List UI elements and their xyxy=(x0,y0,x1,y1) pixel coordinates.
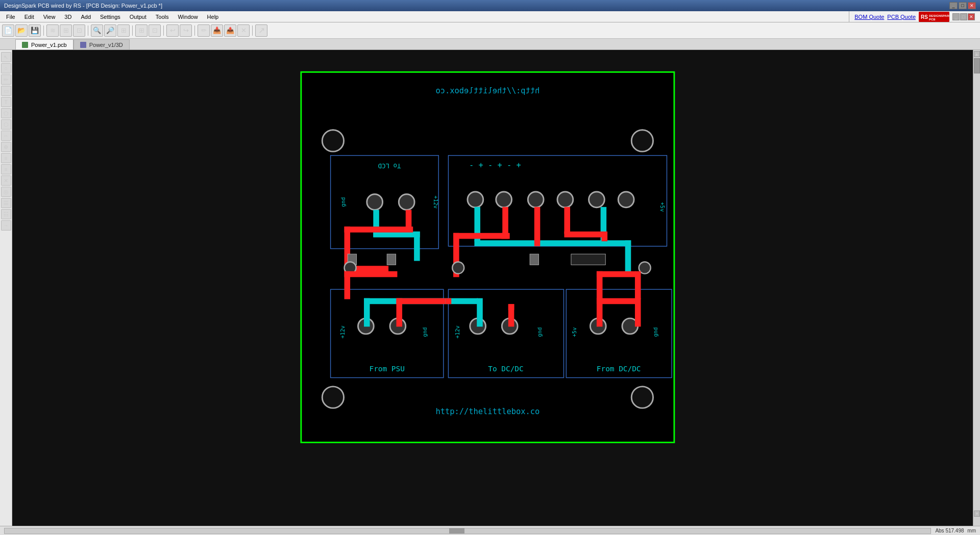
tab-3d-label: Power_v1/3D xyxy=(89,42,123,48)
window-controls[interactable]: _ □ ✕ xyxy=(949,2,976,9)
menu-add[interactable]: Add xyxy=(77,13,95,21)
redo-btn[interactable]: ↪ xyxy=(180,24,192,37)
lt-rect[interactable]: ▭ xyxy=(1,86,11,96)
zoom-out-btn[interactable]: 🔎 xyxy=(104,24,116,37)
svg-text:+5v: +5v xyxy=(571,327,577,337)
scroll-h-thumb[interactable] xyxy=(449,528,464,533)
svg-point-9 xyxy=(631,130,653,151)
svg-point-26 xyxy=(618,192,634,208)
svg-text:http://thelittlebox.co: http://thelittlebox.co xyxy=(436,407,540,416)
zoom-in-btn[interactable]: 🔍 xyxy=(91,24,103,37)
svg-point-22 xyxy=(496,192,512,208)
lt-bus[interactable]: ≡ xyxy=(1,164,11,174)
route-btn[interactable]: ≋ xyxy=(46,24,59,37)
pcb-quote-link[interactable]: PCB Quote xyxy=(887,14,916,20)
lt-pen[interactable]: ✏ xyxy=(1,74,11,85)
menu-edit[interactable]: Edit xyxy=(20,13,38,21)
tab-pcb[interactable]: Power_v1.pcb xyxy=(15,39,74,49)
menu-settings[interactable]: Settings xyxy=(96,13,125,21)
inner-window-controls[interactable]: _ □ ✕ xyxy=(952,13,975,20)
svg-rect-41 xyxy=(453,233,510,239)
svg-rect-79 xyxy=(635,271,641,299)
zoom-fit-btn[interactable]: ⊞ xyxy=(117,24,130,37)
svg-rect-30 xyxy=(406,210,412,227)
lt-hex[interactable]: ⬡ xyxy=(1,119,11,130)
svg-point-8 xyxy=(322,130,344,151)
menu-output[interactable]: Output xyxy=(126,13,151,21)
inner-minimize[interactable]: _ xyxy=(952,13,960,20)
tab-3d-icon xyxy=(80,42,86,48)
delete-btn[interactable]: ✕ xyxy=(237,24,250,37)
lt-list1[interactable]: ☰ xyxy=(1,198,11,208)
main-layout: ↖ ○ ✏ ▭ T ⬠ ⬡ ↔ ⊕ ≡ ≡ ✕ ◎ ☰ ☷ → http://t… xyxy=(0,50,980,526)
scroll-down-btn[interactable]: ▼ xyxy=(974,511,980,517)
menu-window[interactable]: Window xyxy=(174,13,202,21)
open-btn[interactable]: 📂 xyxy=(15,24,28,37)
lt-comp[interactable]: ◎ xyxy=(1,187,11,197)
route3-btn[interactable]: ⊡ xyxy=(73,24,85,37)
svg-text:+5v: +5v xyxy=(659,202,666,212)
title-bar: DesignSpark PCB wired by RS - [PCB Desig… xyxy=(0,0,980,11)
menu-tools[interactable]: Tools xyxy=(152,13,173,21)
sep1 xyxy=(43,26,44,36)
svg-point-24 xyxy=(557,192,573,208)
lt-text[interactable]: T xyxy=(1,97,11,107)
sep6 xyxy=(252,26,253,36)
save-btn[interactable]: 💾 xyxy=(29,24,41,37)
menu-view[interactable]: View xyxy=(39,13,60,21)
inner-close[interactable]: ✕ xyxy=(968,13,975,20)
lt-pad[interactable]: ≡ xyxy=(1,153,11,163)
sep2 xyxy=(88,26,88,36)
svg-text:gnd: gnd xyxy=(652,327,658,337)
svg-text:http://thelittlebox.co: http://thelittlebox.co xyxy=(436,86,540,95)
horizontal-scrollbar[interactable] xyxy=(4,528,931,534)
lt-del[interactable]: ✕ xyxy=(1,175,11,186)
menu-file[interactable]: File xyxy=(2,13,19,21)
grid-btn[interactable]: ⊞ xyxy=(135,24,148,37)
svg-rect-76 xyxy=(635,298,641,327)
menu-3d[interactable]: 3D xyxy=(60,13,76,21)
export-btn[interactable]: 📤 xyxy=(224,24,236,37)
bom-quote-link[interactable]: BOM Quote xyxy=(854,14,884,20)
grid2-btn[interactable]: ⊡ xyxy=(149,24,161,37)
new-btn[interactable]: 📄 xyxy=(2,24,14,37)
inner-maximize[interactable]: □ xyxy=(960,13,967,20)
svg-rect-53 xyxy=(571,254,605,265)
unit: mm xyxy=(967,528,976,533)
svg-rect-47 xyxy=(602,232,608,241)
minimize-btn[interactable]: _ xyxy=(949,2,958,9)
maximize-btn[interactable]: □ xyxy=(959,2,967,9)
svg-text:To LCD: To LCD xyxy=(378,162,401,170)
tab-bar: Power_v1.pcb Power_v1/3D xyxy=(0,39,980,50)
undo-btn[interactable]: ↩ xyxy=(166,24,179,37)
scroll-up-btn[interactable]: ▲ xyxy=(974,51,980,57)
lt-select[interactable]: ↖ xyxy=(1,52,11,62)
svg-rect-68 xyxy=(396,298,445,304)
lt-list2[interactable]: ☷ xyxy=(1,209,11,219)
lt-poly[interactable]: ⬠ xyxy=(1,108,11,118)
scroll-thumb[interactable] xyxy=(974,58,980,73)
lt-arrow[interactable]: → xyxy=(1,220,11,231)
quote-bar: BOM Quote PCB Quote RS DESIGNSPARK PCB _… xyxy=(849,11,980,22)
lt-via[interactable]: ⊕ xyxy=(1,142,11,152)
svg-rect-66 xyxy=(477,298,483,327)
canvas-area[interactable]: http://thelittlebox.co http://thelittleb… xyxy=(12,50,973,526)
close-btn[interactable]: ✕ xyxy=(968,2,976,9)
pcb-canvas: http://thelittlebox.co http://thelittleb… xyxy=(12,50,973,526)
svg-rect-45 xyxy=(564,207,570,234)
edit-btn[interactable]: ✏ xyxy=(198,24,210,37)
svg-rect-44 xyxy=(534,240,541,246)
route2-btn[interactable]: ⊞ xyxy=(60,24,72,37)
lt-route[interactable]: ↔ xyxy=(1,131,11,141)
lt-circle[interactable]: ○ xyxy=(1,63,11,73)
svg-rect-71 xyxy=(345,271,398,277)
app-title: DesignSpark PCB wired by RS - [PCB Desig… xyxy=(4,3,162,9)
coords: Abs 517.498 xyxy=(935,528,964,533)
menu-help[interactable]: Help xyxy=(203,13,223,21)
import-btn[interactable]: 📥 xyxy=(211,24,223,37)
svg-text:To  DC/DC: To DC/DC xyxy=(488,365,523,373)
svg-text:gnd: gnd xyxy=(340,197,346,207)
right-scrollbar[interactable]: ▲ ▼ xyxy=(973,50,980,526)
arrow-btn[interactable]: ↗ xyxy=(255,24,267,37)
tab-3d[interactable]: Power_v1/3D xyxy=(74,39,130,49)
